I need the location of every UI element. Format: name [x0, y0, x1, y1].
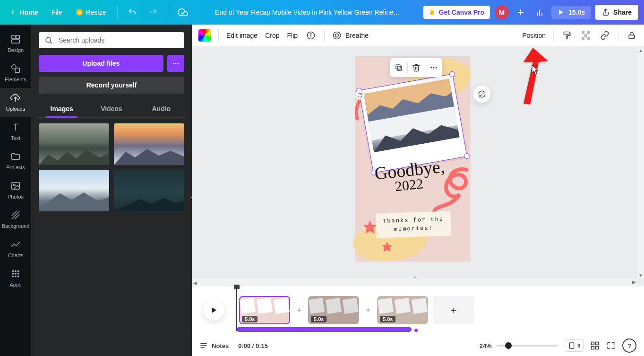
- svg-point-20: [12, 270, 14, 272]
- animate-button[interactable]: Breathe: [332, 31, 369, 40]
- rail-apps[interactable]: Apps: [0, 264, 31, 293]
- search-input[interactable]: [58, 36, 179, 44]
- info-button[interactable]: [305, 30, 317, 41]
- animate-label: Breathe: [345, 32, 369, 39]
- playhead[interactable]: [236, 287, 237, 331]
- add-member-button[interactable]: [514, 5, 528, 19]
- insights-button[interactable]: [532, 5, 547, 19]
- svg-marker-49: [382, 242, 392, 252]
- play-button[interactable]: [203, 300, 224, 321]
- cloud-sync-button[interactable]: [175, 4, 191, 20]
- page-indicator-button[interactable]: 3: [565, 339, 584, 352]
- home-button[interactable]: Home: [6, 7, 42, 18]
- resize-button[interactable]: ♛ Resize: [71, 6, 111, 19]
- rail-design[interactable]: Design: [0, 29, 31, 59]
- svg-rect-65: [569, 343, 574, 348]
- rail-projects[interactable]: Projects: [0, 147, 31, 176]
- svg-rect-43: [587, 31, 590, 34]
- line-chart-icon: [10, 239, 21, 250]
- plus-icon: [516, 8, 525, 17]
- color-picker-button[interactable]: [198, 29, 211, 42]
- audio-track[interactable]: [237, 327, 412, 332]
- link-button[interactable]: [599, 30, 610, 41]
- document-title[interactable]: End of Year Recap Mobile Video in Pink Y…: [196, 9, 418, 16]
- duplicate-button[interactable]: [390, 58, 407, 77]
- upload-files-button[interactable]: Upload files: [39, 55, 163, 72]
- position-button[interactable]: Position: [522, 32, 546, 39]
- chevron-left-icon: [9, 9, 16, 16]
- add-clip-button[interactable]: ＋: [433, 296, 474, 324]
- rail-charts[interactable]: Charts: [0, 234, 31, 264]
- share-button[interactable]: Share: [595, 5, 638, 20]
- svg-point-24: [15, 273, 17, 275]
- record-yourself-button[interactable]: Record yourself: [39, 77, 184, 94]
- tab-audio[interactable]: Audio: [137, 100, 186, 117]
- collapse-timeline-button[interactable]: ⌄: [192, 273, 637, 278]
- redo-button[interactable]: [145, 4, 161, 20]
- mountain-icon: [114, 188, 184, 211]
- tab-videos[interactable]: Videos: [86, 100, 136, 117]
- zoom-control[interactable]: 24%: [480, 342, 558, 349]
- context-more-button[interactable]: [425, 58, 442, 77]
- svg-point-27: [15, 276, 17, 278]
- selected-polaroid-image[interactable]: [359, 74, 467, 173]
- fullscreen-icon[interactable]: [606, 341, 616, 350]
- undo-button[interactable]: [124, 4, 140, 20]
- rail-uploads[interactable]: Uploads: [0, 88, 31, 117]
- add-transition-button[interactable]: ＋: [295, 296, 303, 324]
- get-pro-button[interactable]: ♛ Get Canva Pro: [423, 6, 490, 19]
- timeline-clip[interactable]: 5.0s: [377, 296, 428, 324]
- rail-background[interactable]: Background: [0, 205, 31, 234]
- avatar[interactable]: M: [495, 5, 509, 19]
- delete-button[interactable]: [408, 58, 425, 77]
- svg-rect-44: [584, 34, 587, 37]
- shapes-icon: [10, 63, 21, 74]
- transparency-button[interactable]: [580, 30, 592, 41]
- canvas-page[interactable]: Goodbye, 2022 Thanks for the memories!: [355, 56, 470, 261]
- upload-more-button[interactable]: [167, 55, 184, 72]
- svg-rect-47: [629, 35, 635, 39]
- resize-label: Resize: [86, 9, 106, 16]
- rail-projects-label: Projects: [6, 165, 25, 170]
- zoom-slider[interactable]: [497, 345, 558, 347]
- regenerate-button[interactable]: [473, 86, 490, 103]
- background-icon: [10, 210, 21, 220]
- flip-button[interactable]: Flip: [287, 32, 298, 39]
- notes-button[interactable]: Notes: [199, 341, 229, 350]
- trash-icon: [412, 63, 421, 72]
- file-menu[interactable]: File: [47, 6, 67, 19]
- copy-style-button[interactable]: [561, 30, 573, 41]
- preview-button[interactable]: 15.0s: [551, 6, 591, 19]
- search-input-wrap[interactable]: [39, 32, 184, 48]
- timeline-clip[interactable]: 5.0s: [308, 296, 359, 324]
- tab-images[interactable]: Images: [37, 100, 86, 117]
- rail-elements[interactable]: Elements: [0, 59, 31, 88]
- home-label: Home: [20, 9, 38, 16]
- resize-handle[interactable]: [464, 153, 470, 159]
- svg-point-57: [433, 67, 435, 69]
- upload-thumb[interactable]: [39, 123, 109, 165]
- vertical-scrollbar[interactable]: ▲ ▼: [637, 47, 644, 278]
- rail-photos[interactable]: Photos: [0, 176, 31, 205]
- animate-icon: [332, 31, 342, 40]
- upload-thumb[interactable]: [114, 123, 184, 165]
- grid-view-icon[interactable]: [590, 341, 600, 350]
- rail-text[interactable]: Text: [0, 117, 31, 147]
- memo-text[interactable]: Thanks for the memories!: [376, 211, 451, 238]
- canvas-area[interactable]: ▲ ▼ ◀ ▶ ⌄: [192, 47, 644, 285]
- upload-thumb[interactable]: [114, 170, 184, 211]
- timeline-clip[interactable]: 5.0s: [239, 296, 290, 324]
- crown-icon: ♛: [429, 9, 435, 16]
- lock-button[interactable]: [626, 30, 637, 41]
- add-transition-button[interactable]: ＋: [364, 296, 372, 324]
- svg-point-38: [335, 34, 339, 37]
- svg-marker-60: [532, 65, 538, 74]
- horizontal-scrollbar[interactable]: ◀ ▶: [192, 278, 637, 285]
- zoom-slider-thumb[interactable]: [505, 342, 512, 349]
- crop-button[interactable]: Crop: [265, 32, 279, 39]
- zoom-value: 24%: [480, 342, 492, 349]
- rail-elements-label: Elements: [5, 77, 26, 82]
- upload-thumb[interactable]: [39, 170, 109, 211]
- edit-image-button[interactable]: Edit image: [226, 32, 258, 39]
- help-button[interactable]: ?: [622, 339, 636, 353]
